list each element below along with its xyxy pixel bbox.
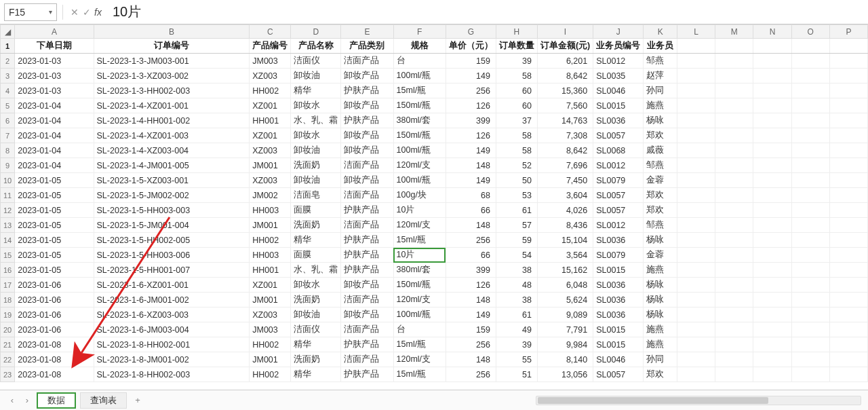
cell[interactable]: 水、乳、霜 [291,113,341,128]
cell[interactable] [791,218,829,233]
cell[interactable]: 面膜 [291,248,341,263]
row-number[interactable]: 2 [1,54,15,69]
cell[interactable] [715,233,753,248]
cell[interactable] [829,337,867,352]
cell[interactable]: 精华 [291,367,341,382]
table-row[interactable]: 192023-01-06SL-2023-1-6-XZ003-003XZ003卸妆… [1,308,868,322]
table-row[interactable]: 92023-01-04SL-2023-1-4-JM001-005JM001洗面奶… [1,158,868,173]
cell[interactable]: 邹燕 [644,158,677,173]
cell[interactable]: 2023-01-04 [15,143,94,158]
cell[interactable]: 61 [496,308,537,322]
cell[interactable] [791,173,829,188]
cell[interactable] [677,143,715,158]
cell[interactable] [715,113,753,128]
cell[interactable]: HH002 [250,83,291,98]
header-cell[interactable]: 下单日期 [15,39,94,54]
cell[interactable]: SL0079 [593,248,644,263]
cell[interactable]: SL0046 [593,352,644,367]
cell[interactable]: 2023-01-05 [15,173,94,188]
cell[interactable]: SL-2023-1-5-HH002-005 [94,233,250,248]
cell[interactable]: 戚薇 [644,143,677,158]
row-number[interactable]: 5 [1,98,15,113]
cell[interactable]: SL-2023-1-5-HH003-003 [94,203,250,218]
cell[interactable]: 洁面皂 [291,188,341,203]
cell[interactable] [753,263,791,278]
cell[interactable]: 洗面奶 [291,158,341,173]
confirm-icon[interactable]: ✓ [81,7,93,18]
cell[interactable]: 面膜 [291,203,341,218]
cell[interactable]: 护肤产品 [341,367,393,382]
table-row[interactable]: 102023-01-05SL-2023-1-5-XZ003-001XZ003卸妆… [1,173,868,188]
cell[interactable]: 256 [446,83,496,98]
cell[interactable] [829,128,867,143]
cell[interactable]: 48 [496,278,537,293]
cell[interactable]: 39 [496,337,537,352]
table-row[interactable]: 72023-01-04SL-2023-1-4-XZ001-003XZ001卸妆水… [1,128,868,143]
cell[interactable]: 49 [496,322,537,337]
cell[interactable] [677,83,715,98]
cell[interactable]: SL0057 [593,203,644,218]
cell[interactable] [753,83,791,98]
cell[interactable]: 15ml/瓶 [393,367,446,382]
table-row[interactable]: 112023-01-05SL-2023-1-5-JM002-002JM002洁面… [1,188,868,203]
cell[interactable]: 150ml/瓶 [393,98,446,113]
table-row[interactable]: 62023-01-04SL-2023-1-4-HH001-002HH001水、乳… [1,113,868,128]
cell[interactable] [829,54,867,69]
cell[interactable]: 120ml/支 [393,218,446,233]
cell[interactable]: SL-2023-1-3-JM003-001 [94,54,250,69]
cell[interactable] [677,337,715,352]
cell[interactable]: 卸妆油 [291,308,341,322]
cell[interactable]: 150ml/瓶 [393,278,446,293]
cell[interactable] [753,278,791,293]
row-number[interactable]: 23 [1,367,15,382]
cell[interactable]: 66 [446,203,496,218]
row-number[interactable]: 1 [1,39,15,54]
cell[interactable] [677,113,715,128]
cell[interactable]: 8,140 [537,352,593,367]
cell[interactable]: 5,624 [537,293,593,308]
table-header-row[interactable]: 1 下单日期 订单编号 产品编号 产品名称 产品类别 规格 单价（元） 订单数量… [1,39,868,54]
cell[interactable] [677,98,715,113]
table-row[interactable]: 122023-01-05SL-2023-1-5-HH003-003HH003面膜… [1,203,868,218]
col-header[interactable]: I [537,25,593,39]
cell[interactable]: 卸妆产品 [341,143,393,158]
cell[interactable]: 卸妆产品 [341,128,393,143]
cell[interactable]: 15,104 [537,233,593,248]
cell[interactable]: 7,791 [537,322,593,337]
cell[interactable]: 施燕 [644,263,677,278]
cell[interactable] [791,233,829,248]
cell[interactable] [753,308,791,322]
cell[interactable]: 126 [446,278,496,293]
cell[interactable]: SL-2023-1-5-HH001-007 [94,263,250,278]
cell[interactable]: 杨咏 [644,233,677,248]
cell[interactable]: HH002 [250,367,291,382]
cell[interactable]: 洁面产品 [341,188,393,203]
cell[interactable] [715,278,753,293]
cell[interactable]: 施燕 [644,322,677,337]
cell[interactable]: SL0036 [593,308,644,322]
cell[interactable] [753,248,791,263]
cell[interactable]: SL0057 [593,188,644,203]
col-header[interactable]: H [496,25,537,39]
cell[interactable]: 洁面产品 [341,293,393,308]
row-number[interactable]: 10 [1,173,15,188]
table-row[interactable]: 202023-01-06SL-2023-1-6-JM003-004JM003洁面… [1,322,868,337]
row-number[interactable]: 20 [1,322,15,337]
cell[interactable]: 399 [446,113,496,128]
spreadsheet-grid[interactable]: ◢ A B C D E F G H I J K L M N O P 1 下单日期… [0,24,868,390]
cell[interactable] [753,98,791,113]
table-row[interactable]: 232023-01-08SL-2023-1-8-HH002-003HH002精华… [1,367,868,382]
cell[interactable]: 2023-01-05 [15,263,94,278]
cell[interactable] [791,128,829,143]
sheet-tab-query[interactable]: 查询表 [80,392,127,409]
cell[interactable] [677,128,715,143]
cell[interactable] [791,278,829,293]
cell[interactable] [791,203,829,218]
cell[interactable]: 2023-01-04 [15,113,94,128]
col-header[interactable]: M [715,25,753,39]
cell[interactable]: SL0079 [593,173,644,188]
cell[interactable]: 卸妆油 [291,69,341,83]
cell[interactable] [715,143,753,158]
cell[interactable]: XZ003 [250,143,291,158]
cell[interactable]: 399 [446,263,496,278]
